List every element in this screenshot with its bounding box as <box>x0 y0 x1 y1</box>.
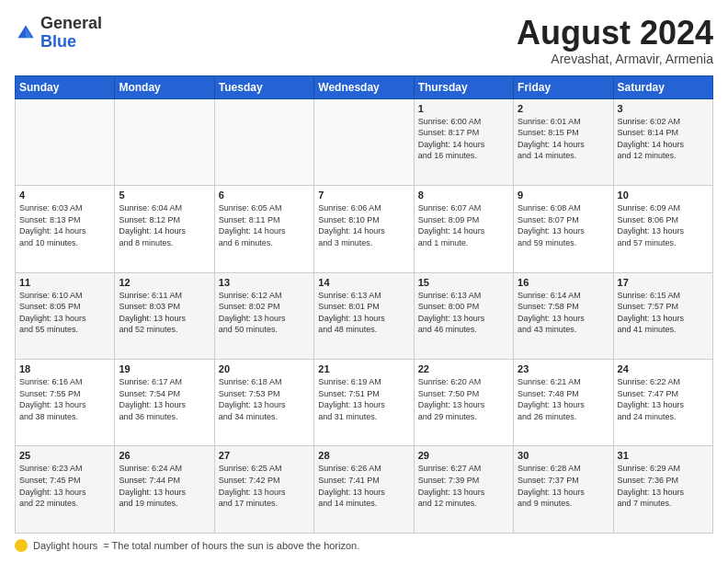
cell-day-number: 20 <box>219 363 310 374</box>
cell-info: Sunrise: 6:13 AM Sunset: 8:00 PM Dayligh… <box>418 290 509 336</box>
cell-day-number: 13 <box>219 277 310 288</box>
cell-day-number: 11 <box>19 277 110 288</box>
cell-info: Sunrise: 6:01 AM Sunset: 8:15 PM Dayligh… <box>518 116 609 162</box>
cell-info: Sunrise: 6:12 AM Sunset: 8:02 PM Dayligh… <box>219 290 310 336</box>
cell-day-number: 19 <box>119 363 210 374</box>
cell-day-number: 8 <box>418 190 509 201</box>
cell-info: Sunrise: 6:09 AM Sunset: 8:06 PM Dayligh… <box>618 202 709 248</box>
cell-day-number: 17 <box>618 277 709 288</box>
cell-day-number: 2 <box>518 103 609 114</box>
sun-icon <box>15 539 28 552</box>
day-header-friday: Friday <box>514 75 613 98</box>
calendar-cell: 24Sunrise: 6:22 AM Sunset: 7:47 PM Dayli… <box>613 360 712 446</box>
calendar-cell: 16Sunrise: 6:14 AM Sunset: 7:58 PM Dayli… <box>514 272 613 359</box>
calendar-cell: 25Sunrise: 6:23 AM Sunset: 7:45 PM Dayli… <box>16 446 115 534</box>
cell-day-number: 27 <box>219 450 310 461</box>
calendar-cell: 17Sunrise: 6:15 AM Sunset: 7:57 PM Dayli… <box>613 272 712 359</box>
calendar-cell: 23Sunrise: 6:21 AM Sunset: 7:48 PM Dayli… <box>514 360 613 446</box>
day-header-monday: Monday <box>115 75 214 98</box>
cell-day-number: 24 <box>618 363 709 374</box>
cell-info: Sunrise: 6:20 AM Sunset: 7:50 PM Dayligh… <box>418 376 509 422</box>
cell-info: Sunrise: 6:07 AM Sunset: 8:09 PM Dayligh… <box>418 202 509 248</box>
logo-general: General <box>40 14 102 32</box>
calendar-cell: 6Sunrise: 6:05 AM Sunset: 8:11 PM Daylig… <box>214 186 313 272</box>
cell-day-number: 15 <box>418 277 509 288</box>
cell-day-number: 22 <box>418 363 509 374</box>
cell-info: Sunrise: 6:04 AM Sunset: 8:12 PM Dayligh… <box>119 202 210 248</box>
calendar-cell: 2Sunrise: 6:01 AM Sunset: 8:15 PM Daylig… <box>514 98 613 185</box>
day-header-sunday: Sunday <box>16 75 115 98</box>
cell-info: Sunrise: 6:05 AM Sunset: 8:11 PM Dayligh… <box>219 202 310 248</box>
calendar-cell: 3Sunrise: 6:02 AM Sunset: 8:14 PM Daylig… <box>613 98 712 185</box>
calendar-cell: 20Sunrise: 6:18 AM Sunset: 7:53 PM Dayli… <box>214 360 313 446</box>
title-block: August 2024 Arevashat, Armavir, Armenia <box>517 15 713 66</box>
calendar-cell: 8Sunrise: 6:07 AM Sunset: 8:09 PM Daylig… <box>414 186 513 272</box>
cell-info: Sunrise: 6:23 AM Sunset: 7:45 PM Dayligh… <box>19 463 110 509</box>
calendar-cell: 28Sunrise: 6:26 AM Sunset: 7:41 PM Dayli… <box>314 446 414 534</box>
svg-marker-1 <box>26 29 32 38</box>
calendar-cell <box>214 98 313 185</box>
calendar-week-1: 1Sunrise: 6:00 AM Sunset: 8:17 PM Daylig… <box>16 98 713 185</box>
calendar-cell: 1Sunrise: 6:00 AM Sunset: 8:17 PM Daylig… <box>414 98 513 185</box>
day-header-tuesday: Tuesday <box>214 75 313 98</box>
cell-info: Sunrise: 6:08 AM Sunset: 8:07 PM Dayligh… <box>518 202 609 248</box>
cell-info: Sunrise: 6:29 AM Sunset: 7:36 PM Dayligh… <box>618 463 709 509</box>
calendar-cell: 14Sunrise: 6:13 AM Sunset: 8:01 PM Dayli… <box>314 272 414 359</box>
calendar-cell: 11Sunrise: 6:10 AM Sunset: 8:05 PM Dayli… <box>16 272 115 359</box>
cell-day-number: 6 <box>219 190 310 201</box>
calendar-week-2: 4Sunrise: 6:03 AM Sunset: 8:13 PM Daylig… <box>16 186 713 272</box>
cell-day-number: 9 <box>518 190 609 201</box>
logo: General Blue <box>15 15 102 52</box>
cell-info: Sunrise: 6:19 AM Sunset: 7:51 PM Dayligh… <box>318 376 409 422</box>
cell-day-number: 7 <box>318 190 409 201</box>
cell-day-number: 25 <box>19 450 110 461</box>
cell-info: Sunrise: 6:21 AM Sunset: 7:48 PM Dayligh… <box>518 376 609 422</box>
cell-info: Sunrise: 6:25 AM Sunset: 7:42 PM Dayligh… <box>219 463 310 509</box>
calendar-cell: 10Sunrise: 6:09 AM Sunset: 8:06 PM Dayli… <box>613 186 712 272</box>
month-title: August 2024 <box>517 15 713 52</box>
cell-info: Sunrise: 6:24 AM Sunset: 7:44 PM Dayligh… <box>119 463 210 509</box>
calendar-cell: 13Sunrise: 6:12 AM Sunset: 8:02 PM Dayli… <box>214 272 313 359</box>
cell-day-number: 21 <box>318 363 409 374</box>
day-header-wednesday: Wednesday <box>314 75 414 98</box>
cell-day-number: 23 <box>518 363 609 374</box>
calendar-cell: 27Sunrise: 6:25 AM Sunset: 7:42 PM Dayli… <box>214 446 313 534</box>
cell-info: Sunrise: 6:00 AM Sunset: 8:17 PM Dayligh… <box>418 116 509 162</box>
cell-day-number: 29 <box>418 450 509 461</box>
cell-info: Sunrise: 6:15 AM Sunset: 7:57 PM Dayligh… <box>618 290 709 336</box>
calendar-cell: 31Sunrise: 6:29 AM Sunset: 7:36 PM Dayli… <box>613 446 712 534</box>
logo-text: General Blue <box>40 15 102 52</box>
calendar-cell: 29Sunrise: 6:27 AM Sunset: 7:39 PM Dayli… <box>414 446 513 534</box>
calendar-week-4: 18Sunrise: 6:16 AM Sunset: 7:55 PM Dayli… <box>16 360 713 446</box>
day-header-thursday: Thursday <box>414 75 513 98</box>
calendar-cell: 19Sunrise: 6:17 AM Sunset: 7:54 PM Dayli… <box>115 360 214 446</box>
cell-info: Sunrise: 6:11 AM Sunset: 8:03 PM Dayligh… <box>119 290 210 336</box>
cell-info: Sunrise: 6:18 AM Sunset: 7:53 PM Dayligh… <box>219 376 310 422</box>
calendar-cell <box>115 98 214 185</box>
calendar-cell: 18Sunrise: 6:16 AM Sunset: 7:55 PM Dayli… <box>16 360 115 446</box>
calendar-week-5: 25Sunrise: 6:23 AM Sunset: 7:45 PM Dayli… <box>16 446 713 534</box>
header: General Blue August 2024 Arevashat, Arma… <box>15 15 713 66</box>
daylight-desc: = The total number of hours the sun is a… <box>103 540 359 551</box>
daylight-label: Daylight hours <box>33 540 97 551</box>
calendar-cell: 22Sunrise: 6:20 AM Sunset: 7:50 PM Dayli… <box>414 360 513 446</box>
cell-day-number: 28 <box>318 450 409 461</box>
cell-info: Sunrise: 6:26 AM Sunset: 7:41 PM Dayligh… <box>318 463 409 509</box>
cell-info: Sunrise: 6:06 AM Sunset: 8:10 PM Dayligh… <box>318 202 409 248</box>
cell-day-number: 3 <box>618 103 709 114</box>
calendar-cell: 21Sunrise: 6:19 AM Sunset: 7:51 PM Dayli… <box>314 360 414 446</box>
calendar-cell: 26Sunrise: 6:24 AM Sunset: 7:44 PM Dayli… <box>115 446 214 534</box>
cell-info: Sunrise: 6:14 AM Sunset: 7:58 PM Dayligh… <box>518 290 609 336</box>
calendar-cell: 9Sunrise: 6:08 AM Sunset: 8:07 PM Daylig… <box>514 186 613 272</box>
calendar-week-3: 11Sunrise: 6:10 AM Sunset: 8:05 PM Dayli… <box>16 272 713 359</box>
cell-info: Sunrise: 6:17 AM Sunset: 7:54 PM Dayligh… <box>119 376 210 422</box>
logo-blue: Blue <box>40 32 76 51</box>
cell-info: Sunrise: 6:27 AM Sunset: 7:39 PM Dayligh… <box>418 463 509 509</box>
cell-day-number: 4 <box>19 190 110 201</box>
cell-day-number: 30 <box>518 450 609 461</box>
cell-day-number: 16 <box>518 277 609 288</box>
cell-day-number: 5 <box>119 190 210 201</box>
calendar-cell: 7Sunrise: 6:06 AM Sunset: 8:10 PM Daylig… <box>314 186 414 272</box>
day-header-saturday: Saturday <box>613 75 712 98</box>
calendar-cell <box>314 98 414 185</box>
